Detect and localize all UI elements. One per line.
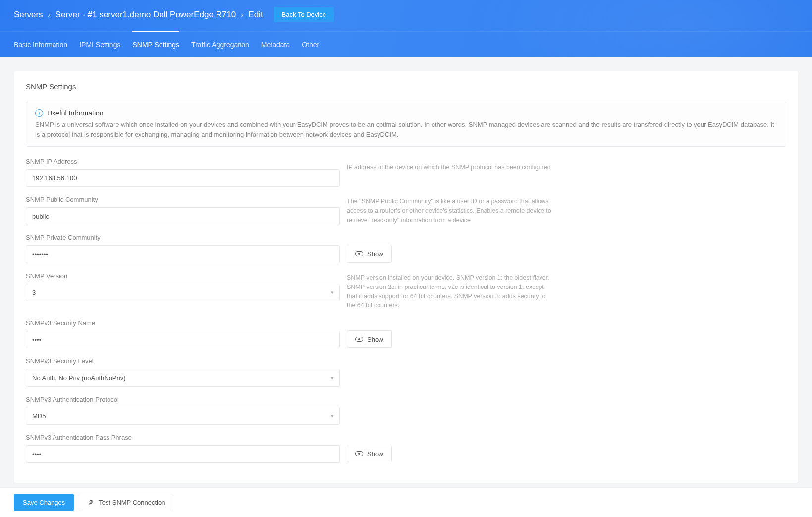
- info-title: Useful Information: [47, 109, 104, 117]
- show-private-button[interactable]: Show: [347, 245, 392, 263]
- show-label: Show: [367, 336, 383, 343]
- snmp-public-label: SNMP Public Community: [26, 196, 340, 203]
- back-to-device-button[interactable]: Back To Device: [274, 7, 334, 22]
- breadcrumb: Servers › Server - #1 server1.demo Dell …: [0, 0, 812, 32]
- breadcrumb-root[interactable]: Servers: [14, 10, 43, 20]
- snmpv3-seclevel-select[interactable]: No Auth, No Priv (noAuthNoPriv): [26, 369, 340, 387]
- breadcrumb-current: Edit: [248, 10, 263, 20]
- chevron-right-icon: ›: [241, 10, 243, 19]
- snmpv3-authproto-label: SNMPv3 Authentication Protocol: [26, 396, 340, 403]
- show-label: Show: [367, 250, 383, 258]
- snmpv3-secname-label: SNMPv3 Security Name: [26, 319, 340, 327]
- test-snmp-button[interactable]: Test SNMP Connection: [79, 494, 173, 511]
- chevron-right-icon: ›: [48, 10, 51, 19]
- snmpv3-seclevel-label: SNMPv3 Security Level: [26, 357, 340, 365]
- breadcrumb-server[interactable]: Server - #1 server1.demo Dell PowerEdge …: [55, 10, 236, 20]
- snmp-version-select[interactable]: 3: [26, 284, 340, 301]
- snmpv3-authproto-select[interactable]: MD5: [26, 407, 340, 425]
- eye-icon: [355, 451, 363, 456]
- tab-other[interactable]: Other: [302, 31, 319, 57]
- save-changes-button[interactable]: Save Changes: [14, 494, 74, 511]
- snmp-private-label: SNMP Private Community: [26, 234, 340, 241]
- eye-icon: [355, 251, 363, 256]
- tab-ipmi-settings[interactable]: IPMI Settings: [79, 31, 120, 57]
- info-icon: i: [35, 109, 43, 117]
- snmp-public-input[interactable]: [26, 207, 340, 225]
- eye-icon: [355, 337, 363, 342]
- snmpv3-authpass-input[interactable]: [26, 445, 340, 463]
- snmp-private-input[interactable]: [26, 245, 340, 263]
- snmp-public-help: The "SNMP Public Community" is like a us…: [347, 196, 555, 225]
- snmp-ip-help: IP address of the device on which the SN…: [347, 158, 551, 172]
- snmp-version-label: SNMP Version: [26, 272, 340, 280]
- info-box: i Useful Information SNMP is a universal…: [26, 102, 786, 147]
- snmp-ip-input[interactable]: [26, 169, 340, 187]
- show-authpass-button[interactable]: Show: [347, 445, 392, 462]
- tabs: Basic Information IPMI Settings SNMP Set…: [0, 32, 812, 57]
- snmpv3-secname-input[interactable]: [26, 331, 340, 348]
- info-text: SNMP is a universal software which once …: [35, 120, 777, 139]
- page-header: Servers › Server - #1 server1.demo Dell …: [0, 0, 812, 57]
- show-secname-button[interactable]: Show: [347, 330, 392, 348]
- tab-snmp-settings[interactable]: SNMP Settings: [132, 31, 179, 57]
- snmp-ip-label: SNMP IP Address: [26, 158, 340, 165]
- show-label: Show: [367, 450, 383, 458]
- plug-icon: [87, 499, 95, 506]
- footer-actions: Save Changes Test SNMP Connection: [0, 487, 812, 517]
- tab-metadata[interactable]: Metadata: [261, 31, 290, 57]
- test-snmp-label: Test SNMP Connection: [99, 499, 165, 506]
- tab-traffic-aggregation[interactable]: Traffic Aggregation: [191, 31, 249, 57]
- snmpv3-authpass-label: SNMPv3 Authentication Pass Phrase: [26, 434, 340, 441]
- snmp-version-help: SNMP version installed on your device. S…: [347, 272, 555, 310]
- section-title: SNMP Settings: [26, 82, 786, 91]
- tab-basic-information[interactable]: Basic Information: [14, 31, 67, 57]
- snmp-settings-card: SNMP Settings i Useful Information SNMP …: [14, 71, 798, 483]
